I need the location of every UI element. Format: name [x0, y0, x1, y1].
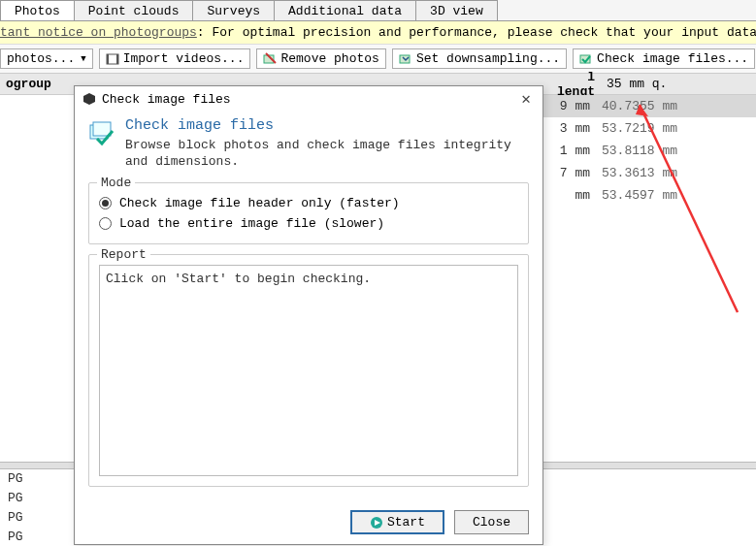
set-downsampling-button[interactable]: Set downsampling... — [392, 48, 567, 69]
remove-photos-button[interactable]: Remove photos — [256, 48, 385, 69]
table-row[interactable]: 3 mm53.7219 mm — [542, 117, 756, 140]
radio-icon — [99, 197, 112, 209]
report-legend: Report — [97, 247, 150, 262]
radio-label: Load the entire image file (slower) — [119, 216, 384, 231]
notice-body: : For optimal precision and performance,… — [197, 25, 756, 40]
check-files-icon — [88, 119, 115, 146]
radio-entire-file[interactable]: Load the entire image file (slower) — [99, 213, 518, 234]
col-ogroup: ogroup — [0, 74, 58, 94]
report-fieldset: Report Click on 'Start' to begin checkin… — [88, 254, 529, 487]
toolbar: photos... ▼ Import videos... Remove phot… — [0, 45, 756, 74]
dialog-heading: Check image files — [125, 117, 529, 134]
tab-3dview[interactable]: 3D view — [415, 0, 498, 20]
film-icon — [106, 52, 119, 66]
mode-legend: Mode — [97, 176, 135, 190]
main-tabs: Photos Point clouds Surveys Additional d… — [0, 0, 756, 21]
tab-photos[interactable]: Photos — [0, 0, 75, 20]
start-label: Start — [387, 515, 425, 530]
dialog-title: Check image files — [102, 92, 517, 107]
close-icon[interactable]: ✕ — [517, 89, 535, 109]
col-hdrval: 35 mm q. — [601, 74, 756, 94]
import-videos-button[interactable]: Import videos... — [99, 48, 251, 69]
check-image-label: Check image files... — [597, 51, 748, 66]
report-text: Click on 'Start' to begin checking. — [99, 265, 518, 476]
svg-rect-2 — [116, 54, 118, 64]
mode-fieldset: Mode Check image file header only (faste… — [88, 182, 529, 244]
check-image-files-dialog: Check image files ✕ Check image files Br… — [74, 85, 543, 545]
tab-additional[interactable]: Additional data — [274, 0, 416, 20]
notice-prefix: tant notice on photogroups — [0, 25, 197, 40]
remove-photos-label: Remove photos — [280, 51, 378, 66]
add-photos-label: photos... — [7, 51, 75, 66]
dropdown-icon: ▼ — [81, 54, 85, 64]
radio-icon — [99, 217, 112, 230]
svg-rect-1 — [107, 54, 109, 64]
table-row[interactable]: 9 mm40.7355 mm — [542, 95, 756, 117]
add-photos-button[interactable]: photos... ▼ — [0, 48, 93, 69]
radio-header-only[interactable]: Check image file header only (faster) — [99, 193, 518, 213]
import-videos-label: Import videos... — [123, 51, 245, 66]
svg-rect-9 — [93, 122, 111, 136]
set-downsampling-label: Set downsampling... — [416, 51, 560, 66]
close-button[interactable]: Close — [454, 510, 529, 534]
table-row[interactable]: mm53.4597 mm — [542, 184, 756, 207]
play-icon — [370, 516, 383, 530]
dialog-titlebar: Check image files ✕ — [75, 86, 542, 112]
table-row[interactable]: 1 mm53.8118 mm — [542, 140, 756, 162]
table-row[interactable]: 7 mm53.3613 mm — [542, 162, 756, 184]
check-icon — [579, 52, 593, 66]
dialog-subtitle: Browse block photos and check image file… — [125, 138, 529, 171]
tab-surveys[interactable]: Surveys — [192, 0, 275, 20]
focal-table: 9 mm40.7355 mm 3 mm53.7219 mm 1 mm53.811… — [542, 95, 756, 207]
remove-icon — [263, 52, 277, 66]
tab-pointclouds[interactable]: Point clouds — [74, 0, 194, 20]
start-button[interactable]: Start — [350, 510, 444, 534]
app-icon — [82, 92, 96, 106]
notice-bar: tant notice on photogroups: For optimal … — [0, 21, 756, 45]
radio-label: Check image file header only (faster) — [119, 196, 400, 210]
downsample-icon — [399, 52, 412, 66]
close-label: Close — [473, 515, 510, 530]
